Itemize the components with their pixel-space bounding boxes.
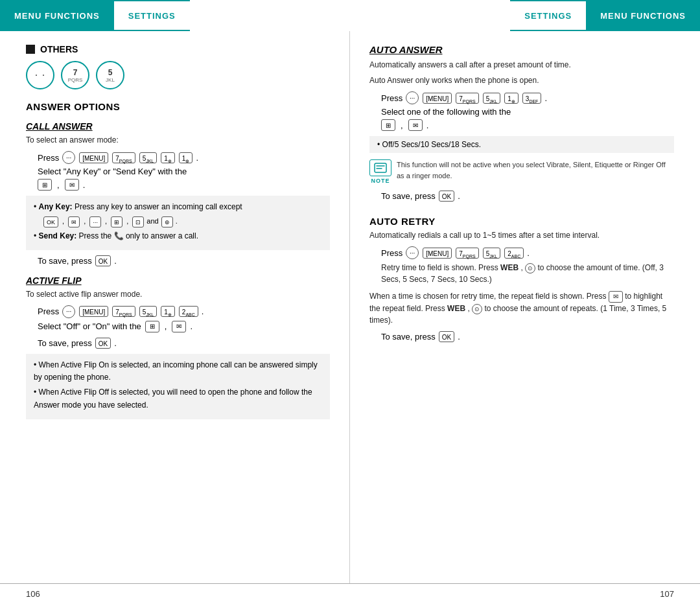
call-answer-save-line: To save, press OK . (38, 255, 330, 266)
key-5jkl: 5JKL (139, 152, 158, 163)
auto-answer-key-5: 5JKL (483, 93, 501, 104)
active-flip-bullet-box: • When Active Flip On is selected, an in… (26, 354, 330, 419)
auto-answer-book-icon: ⊞ (381, 119, 395, 131)
auto-retry-text1: Retry time to field is shown. Press WEB … (381, 262, 674, 285)
note-image-icon (369, 159, 391, 176)
call-answer-title: CALL ANSWER (26, 121, 330, 132)
right-page: AUTO ANSWER Automatically answers a call… (350, 31, 700, 583)
auto-retry-menu-key: [MENU] (423, 248, 452, 259)
main-content: OTHERS · · 7 PQRS 5 JKL ANSWER OPTIONS (0, 31, 700, 583)
left-settings-tab: SETTINGS (114, 0, 190, 31)
auto-answer-key-1: 1⊕ (504, 93, 519, 104)
auto-answer-title: AUTO ANSWER (369, 44, 674, 55)
auto-answer-key-3: 3DEF (522, 93, 542, 104)
nav-book-icon: ⊞ (38, 179, 52, 191)
call-answer-desc: To select an answer mode: (26, 134, 330, 146)
auto-retry-key-5: 5JKL (483, 248, 501, 259)
active-flip-press-line: Press ··· [MENU] 7PQRS 5JKL 1⊕ 2ABC . (38, 305, 330, 318)
send-key-bullet: • Send Key: Press the 📞 only to answer a… (34, 230, 322, 242)
auto-answer-press-line: Press ··· [MENU] 7PQRS 5JKL 1⊕ 3DEF . (381, 91, 674, 104)
auto-answer-select-line: Select one of the following with the (381, 107, 674, 117)
call-answer-bullet-box: • Any Key: Press any key to answer an in… (26, 196, 330, 250)
auto-answer-nav-icons: ⊞ , ✉ . (381, 119, 674, 131)
auto-answer-env-icon: ✉ (408, 119, 423, 131)
auto-answer-menu-key: [MENU] (423, 93, 452, 104)
auto-retry-key-2: 2ABC (504, 248, 524, 259)
auto-answer-save-line: To save, press OK . (381, 191, 674, 202)
header-left: MENU FUNCTIONS SETTINGS (0, 0, 350, 31)
ok-key-1: OK (95, 255, 111, 266)
page-footer: 106 107 (0, 583, 700, 604)
active-flip-key-1: 1⊕ (161, 306, 175, 317)
auto-retry-text2: When a time is chosen for retry time, th… (369, 290, 674, 326)
auto-retry-nav-icon: ··· (406, 246, 419, 259)
auto-answer-desc1: Automatically answers a call after a pre… (369, 59, 674, 71)
auto-answer-key-7: 7PQRS (456, 93, 478, 104)
square-bullet-icon (26, 45, 35, 54)
active-flip-key-7: 7PQRS (112, 306, 135, 317)
ok-key-2: OK (95, 338, 111, 349)
active-flip-desc: To select active flip answer mode. (26, 288, 330, 300)
left-menu-functions-tab: MENU FUNCTIONS (0, 0, 114, 31)
auto-answer-nav-icon: ··· (406, 91, 419, 104)
call-answer-nav-icons: ⊞ , ✉ . (38, 179, 330, 191)
call-answer-select-line: Select "Any Key" or "Send Key" with the (38, 167, 330, 176)
key-icon-7: 7 PQRS (61, 61, 89, 89)
right-page-number: 107 (350, 589, 674, 599)
svg-rect-0 (375, 163, 386, 172)
menu-key: [MENU] (79, 152, 108, 163)
retry-env-icon: ✉ (609, 291, 623, 303)
left-page-number: 106 (26, 589, 350, 599)
auto-retry-save-line: To save, press OK . (381, 331, 674, 342)
page-header: MENU FUNCTIONS SETTINGS SETTINGS MENU FU… (0, 0, 700, 31)
active-flip-key-5: 5JKL (139, 306, 158, 317)
active-flip-select-line: Select "Off" or "On" with the ⊞ , ✉ . (38, 321, 330, 332)
ok-key-4: OK (439, 331, 454, 342)
auto-answer-options-box: • Off/5 Secs/10 Secs/18 Secs. (369, 136, 674, 153)
key-7pqrs: 7PQRS (112, 152, 135, 163)
right-settings-tab: SETTINGS (510, 0, 586, 31)
active-flip-nav-icon: ··· (62, 305, 75, 318)
nav-envelope-icon: ✉ (65, 179, 79, 191)
key-icons-row: · · 7 PQRS 5 JKL (26, 61, 330, 89)
note-label: NOTE (371, 178, 390, 184)
retry-dial-icon2: ⊙ (472, 304, 482, 314)
active-flip-bullet-on: • When Active Flip On is selected, an in… (34, 359, 322, 384)
key-1a: 1⊕ (161, 152, 175, 163)
others-section-title: OTHERS (26, 44, 330, 54)
active-flip-menu-key: [MENU] (79, 306, 108, 317)
active-flip-save-line: To save, press OK . (38, 338, 330, 349)
answer-options-title: ANSWER OPTIONS (26, 101, 330, 112)
auto-answer-desc2: Auto Answer only works when the phone is… (369, 75, 674, 86)
auto-answer-note-text: This function will not be active when yo… (397, 159, 674, 181)
right-menu-functions-tab: MENU FUNCTIONS (586, 0, 700, 31)
auto-retry-desc: Automatically redials a call up to 1~5 t… (369, 229, 674, 241)
active-flip-title: ACTIVE FLIP (26, 275, 330, 286)
auto-retry-key-7: 7PQRS (456, 248, 478, 259)
key-exceptions-line: OK , ✉ , ··· , ⊞ , ⊡ and ⊚ . (34, 216, 322, 227)
key-icon-5: 5 JKL (96, 61, 124, 89)
menu-nav-icon: ··· (62, 151, 75, 164)
auto-retry-title: AUTO RETRY (369, 216, 674, 227)
active-flip-env-icon: ✉ (172, 321, 186, 332)
call-answer-press-line: Press ··· [MENU] 7PQRS 5JKL 1⊕ 1⊕ . (38, 151, 330, 164)
auto-retry-press-line: Press ··· [MENU] 7PQRS 5JKL 2ABC . (381, 246, 674, 259)
active-flip-key-2: 2ABC (179, 306, 198, 317)
auto-answer-note-box: NOTE This function will not be active wh… (369, 159, 674, 184)
any-key-bullet: • Any Key: Press any key to answer an in… (34, 201, 322, 213)
key-1b: 1⊕ (179, 152, 193, 163)
header-right: SETTINGS MENU FUNCTIONS (350, 0, 700, 31)
left-page: OTHERS · · 7 PQRS 5 JKL ANSWER OPTIONS (0, 31, 350, 583)
ok-key-3: OK (439, 191, 454, 202)
active-flip-book-icon: ⊞ (145, 321, 159, 332)
key-icon-nav: · · (26, 61, 54, 89)
retry-dial-icon: ⊙ (525, 263, 535, 273)
active-flip-bullet-off: • When Active Flip Off is selected, you … (34, 386, 322, 411)
